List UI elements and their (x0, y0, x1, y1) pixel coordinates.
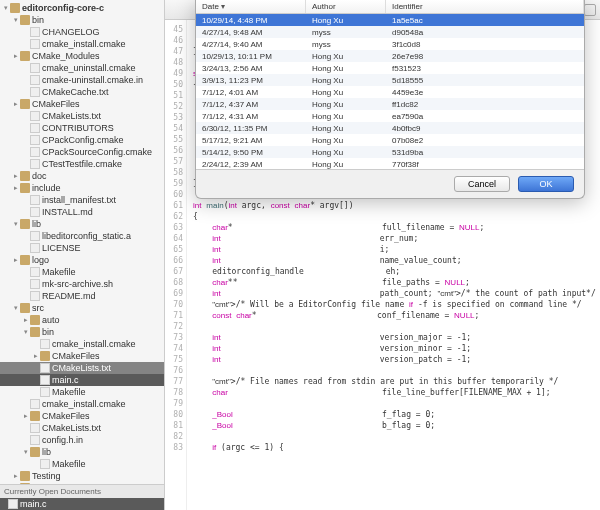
table-row[interactable]: 5/17/12, 9:21 AMHong Xu07b08e2 (196, 134, 584, 146)
tree-item[interactable]: ▾lib (0, 218, 164, 230)
tree-label: cmake_install.cmake (52, 339, 136, 349)
disclosure-icon[interactable]: ▾ (12, 304, 20, 312)
table-row[interactable]: 7/1/12, 4:37 AMHong Xuff1dc82 (196, 98, 584, 110)
tree-item[interactable]: Makefile (0, 386, 164, 398)
table-row[interactable]: 3/9/13, 11:23 PMHong Xu5d18555 (196, 74, 584, 86)
disclosure-icon[interactable]: ▸ (12, 184, 20, 192)
table-row[interactable]: 7/1/12, 4:01 AMHong Xu4459e3e (196, 86, 584, 98)
tree-item[interactable]: CMakeLists.txt (0, 362, 164, 374)
tree-item[interactable]: cmake_install.cmake (0, 38, 164, 50)
tree-item[interactable]: ▸CMake_Modules (0, 50, 164, 62)
tree-item[interactable]: CMakeLists.txt (0, 422, 164, 434)
disclosure-icon[interactable]: ▾ (22, 328, 30, 336)
tree-item[interactable]: ▸CMakeFiles (0, 350, 164, 362)
tree-item[interactable]: Makefile (0, 266, 164, 278)
tree-item[interactable]: cmake-uninstall.cmake.in (0, 74, 164, 86)
tree-item[interactable]: ▾lib (0, 446, 164, 458)
table-row[interactable]: 10/29/13, 10:11 PMHong Xu26e7e98 (196, 50, 584, 62)
tree-item[interactable]: mk-src-archive.sh (0, 278, 164, 290)
file-tree[interactable]: ▾ editorconfig-core-c ▾binCHANGELOGcmake… (0, 0, 164, 484)
disclosure-icon[interactable]: ▾ (2, 4, 10, 12)
tree-item[interactable]: ▾bin (0, 326, 164, 338)
file-icon (40, 387, 50, 397)
table-row[interactable]: 4/27/14, 9:40 AMmyss3f1c0d8 (196, 38, 584, 50)
file-icon (30, 435, 40, 445)
col-identifier[interactable]: Identifier (386, 0, 584, 13)
tree-item[interactable]: INSTALL.md (0, 206, 164, 218)
tree-item[interactable]: install_manifest.txt (0, 194, 164, 206)
folder-icon (30, 447, 40, 457)
disclosure-icon[interactable]: ▾ (12, 16, 20, 24)
file-icon (30, 27, 40, 37)
tree-label: install_manifest.txt (42, 195, 116, 205)
tree-item[interactable]: CONTRIBUTORS (0, 122, 164, 134)
tree-item[interactable]: Makefile (0, 458, 164, 470)
tree-label: README.md (42, 291, 96, 301)
file-icon (30, 243, 40, 253)
tree-item[interactable]: README.md (0, 290, 164, 302)
tree-item[interactable]: CHANGELOG (0, 26, 164, 38)
open-doc-item[interactable]: main.c (0, 498, 164, 510)
tree-item[interactable]: CPackConfig.cmake (0, 134, 164, 146)
table-row[interactable]: 3/24/13, 2:56 AMHong Xuf531523 (196, 62, 584, 74)
table-header[interactable]: Date ▾ Author Identifier (196, 0, 584, 14)
disclosure-icon[interactable]: ▸ (12, 52, 20, 60)
tree-item[interactable]: ▸auto (0, 314, 164, 326)
commit-table[interactable]: Date ▾ Author Identifier 10/29/14, 4:48 … (196, 0, 584, 170)
cancel-button[interactable]: Cancel (454, 176, 510, 192)
tree-item[interactable]: ▾bin (0, 14, 164, 26)
folder-icon (30, 315, 40, 325)
disclosure-icon[interactable]: ▸ (12, 172, 20, 180)
table-row[interactable]: 5/14/12, 9:50 PMHong Xu531d9ba (196, 146, 584, 158)
sort-indicator-icon: ▾ (221, 2, 225, 11)
tree-item[interactable]: config.h.in (0, 434, 164, 446)
tree-label: CMakeFiles (32, 99, 80, 109)
tree-item[interactable]: ▸CMakeFiles (0, 410, 164, 422)
disclosure-icon[interactable]: ▸ (22, 412, 30, 420)
tree-item[interactable]: LICENSE (0, 242, 164, 254)
table-row[interactable]: 4/27/14, 9:48 AMmyssd90548a (196, 26, 584, 38)
tree-item[interactable]: CMakeLists.txt (0, 110, 164, 122)
col-author[interactable]: Author (306, 0, 386, 13)
col-date: Date ▾ (196, 0, 306, 13)
tree-item[interactable]: ▸logo (0, 254, 164, 266)
tree-item[interactable]: ▸CMakeFiles (0, 98, 164, 110)
folder-icon (20, 171, 30, 181)
tree-item[interactable]: libeditorconfig_static.a (0, 230, 164, 242)
tree-item[interactable]: CMakeCache.txt (0, 86, 164, 98)
wrap-icon[interactable] (584, 4, 596, 16)
project-root[interactable]: ▾ editorconfig-core-c (0, 2, 164, 14)
disclosure-icon[interactable]: ▾ (12, 220, 20, 228)
table-row[interactable]: 7/1/12, 4:31 AMHong Xuea7590a (196, 110, 584, 122)
tree-item[interactable]: ▸doc (0, 170, 164, 182)
disclosure-icon[interactable]: ▸ (32, 352, 40, 360)
ok-button[interactable]: OK (518, 176, 574, 192)
disclosure-icon[interactable]: ▸ (12, 472, 20, 480)
tree-label: Makefile (42, 267, 76, 277)
file-icon (30, 267, 40, 277)
tree-item[interactable]: ▸include (0, 182, 164, 194)
open-doc-label: main.c (20, 499, 47, 509)
disclosure-icon[interactable]: ▸ (22, 316, 30, 324)
folder-icon (40, 351, 50, 361)
disclosure-icon[interactable]: ▸ (12, 256, 20, 264)
file-icon (40, 339, 50, 349)
tree-item[interactable]: ▾src (0, 302, 164, 314)
tree-item[interactable]: cmake_install.cmake (0, 338, 164, 350)
disclosure-icon[interactable]: ▾ (22, 448, 30, 456)
table-row[interactable]: 6/30/12, 11:35 PMHong Xu4b0fbc9 (196, 122, 584, 134)
table-row[interactable]: 10/29/14, 4:48 PMHong Xu1a5e5ac (196, 14, 584, 26)
tree-label: libeditorconfig_static.a (42, 231, 131, 241)
tree-item[interactable]: CPackSourceConfig.cmake (0, 146, 164, 158)
folder-icon (30, 327, 40, 337)
tree-item[interactable]: main.c (0, 374, 164, 386)
disclosure-icon[interactable]: ▸ (12, 100, 20, 108)
tree-item[interactable]: cmake_install.cmake (0, 398, 164, 410)
folder-icon (20, 471, 30, 481)
tree-label: src (32, 303, 44, 313)
tree-item[interactable]: CTestTestfile.cmake (0, 158, 164, 170)
tree-label: Makefile (52, 387, 86, 397)
table-row[interactable]: 2/24/12, 2:39 AMHong Xu770f38f (196, 158, 584, 170)
tree-item[interactable]: ▸Testing (0, 470, 164, 482)
tree-item[interactable]: cmake_uninstall.cmake (0, 62, 164, 74)
